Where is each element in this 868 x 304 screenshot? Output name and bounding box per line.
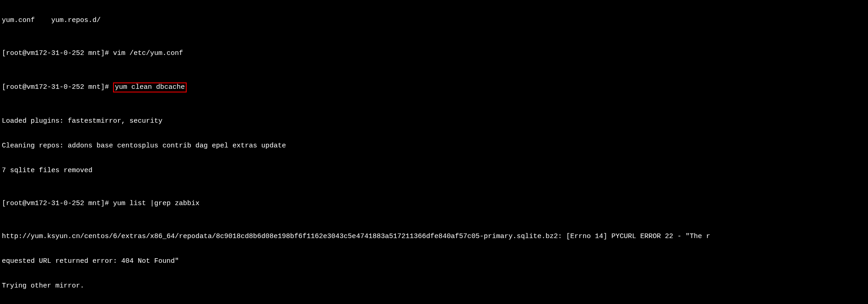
prompt: [root@vm172-31-0-252 mnt]# [2,49,113,57]
output-line: 7 sqlite files removed [2,167,866,175]
prompt-line-clean-dbcache: [root@vm172-31-0-252 mnt]# yum clean dbc… [2,82,866,92]
command-vim: vim /etc/yum.conf [113,49,183,57]
error-line: http://yum.ksyun.cn/centos/6/extras/x86_… [2,233,866,241]
output-line: Cleaning repos: addons base centosplus c… [2,142,866,150]
file-list-line: yum.conf yum.repos.d/ [2,16,866,25]
output-line: Loaded plugins: fastestmirror, security [2,117,866,125]
error-line: Trying other mirror. [2,282,866,290]
error-line: equested URL returned error: 404 Not Fou… [2,257,866,266]
terminal[interactable]: yum.conf yum.repos.d/ [root@vm172-31-0-2… [0,0,868,304]
prompt: [root@vm172-31-0-252 mnt]# [2,200,113,207]
command-list1: yum list |grep zabbix [113,200,199,207]
prompt: [root@vm172-31-0-252 mnt]# [2,83,113,91]
prompt-line-vim: [root@vm172-31-0-252 mnt]# vim /etc/yum.… [2,49,866,58]
prompt-line-list1: [root@vm172-31-0-252 mnt]# yum list |gre… [2,200,866,208]
highlighted-command-clean-dbcache: yum clean dbcache [113,82,187,92]
